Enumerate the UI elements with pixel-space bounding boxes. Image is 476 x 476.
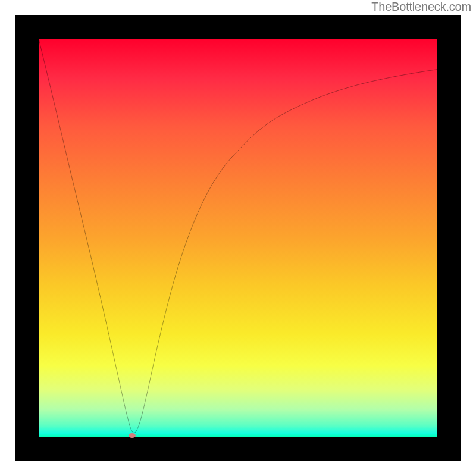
watermark-text: TheBottleneck.com	[371, 0, 471, 14]
minimum-marker	[129, 433, 136, 438]
bottleneck-chart: TheBottleneck.com	[0, 0, 476, 476]
bottleneck-curve-path	[39, 39, 437, 433]
plot-gradient-area	[39, 39, 437, 437]
curve-svg	[39, 39, 437, 437]
plot-frame	[15, 15, 461, 461]
